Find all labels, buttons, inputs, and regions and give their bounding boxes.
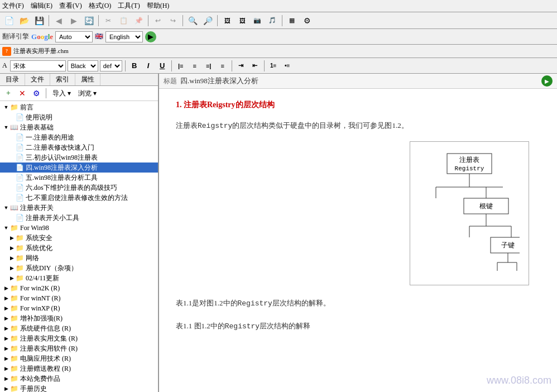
tree-item-jichu[interactable]: ▼ 📖 注册表基础 [0,122,158,132]
search2-button[interactable]: 🔎 [201,15,214,27]
tree-item-yinjian[interactable]: ▶ 📁 系统硬件信息 (R) [0,323,158,333]
source-lang-select[interactable]: Auto Chinese English [55,31,93,42]
tree-item-kuaijie[interactable]: 📄 二.注册表修改快速入门 [0,142,158,152]
browse-dropdown[interactable]: 浏览 ▾ [75,88,99,99]
toggle-kaiguan[interactable]: ▼ [2,204,10,212]
play-button[interactable]: ▶ [541,75,553,87]
table-button[interactable]: ▦ [285,15,299,27]
translate-go-button[interactable]: ▶ [145,31,156,42]
toggle-wenji[interactable]: ▶ [2,334,10,342]
copy-button[interactable]: 📋 [117,15,130,27]
toggle-ruanjian[interactable]: ▶ [2,345,10,352]
tree-item-xtyhh[interactable]: ▶ 📁 系统优化 [0,243,158,253]
new-button[interactable]: 📄 [2,15,16,27]
tree-item-ruanjian[interactable]: ▶ 📁 注册表实用软件 (R) [0,343,158,353]
toggle-yinjian[interactable]: ▶ [2,324,10,332]
tree-item-diannao[interactable]: ▶ 📁 电脑应用技术 (R) [0,353,158,364]
import-dropdown[interactable]: 导入 ▾ [50,88,74,99]
open-button[interactable]: 📂 [17,15,31,27]
tree-item-winnt[interactable]: ▶ 📁 For winNT (R) [0,293,158,303]
menu-tools[interactable]: 工具(T) [118,1,140,11]
color-select[interactable]: Black [68,60,98,71]
tree-item-mianfei[interactable]: ▶ 📁 本站免费作品 [0,374,158,384]
settings-left-button[interactable]: ⚙ [30,88,42,99]
menu-help[interactable]: 帮助(H) [147,1,170,11]
tree-item-xtaq[interactable]: ▶ 📁 系统安全 [0,233,158,243]
tree-item-qianyan[interactable]: ▼ 📁 前言 [0,102,158,112]
refresh-button[interactable]: 🔄 [82,15,95,27]
redo-button[interactable]: ↪ [166,15,180,27]
list-ol-button[interactable]: 1≡ [267,60,280,71]
toggle-winxp[interactable]: ▶ [2,304,10,312]
save-button[interactable]: 💾 [32,15,46,27]
tab-index[interactable]: 索引 [50,74,75,85]
outdent-button[interactable]: ⇤ [249,60,261,71]
menu-file[interactable]: 文件(F) [2,1,24,11]
toggle-qianyan[interactable]: ▼ [2,103,10,111]
toggle-winnt[interactable]: ▶ [2,294,10,302]
tree-item-chongqi[interactable]: 📄 七.不重启使注册表修改生效的方法 [0,193,158,203]
font-select[interactable]: 宋体 [10,60,66,71]
align-right-button[interactable]: ≡| [203,60,215,71]
align-justify-button[interactable]: ≡ [217,60,229,71]
toggle-jiaqiang[interactable]: ▶ [2,314,10,322]
toggle-win2k[interactable]: ▶ [2,284,10,292]
toggle-win98[interactable]: ▼ [2,224,10,232]
menu-view[interactable]: 查看(V) [59,1,82,11]
tree-item-shouce[interactable]: ▶ 📁 手册历史 [0,384,158,392]
tree-item-kaiguan[interactable]: ▼ 📖 注册表开关 [0,203,158,213]
delete-button[interactable]: ✕ [16,88,28,99]
italic-button[interactable]: I [142,60,155,71]
tree-item-shiyong[interactable]: 📄 使用说明 [0,112,158,122]
tree-item-wangluo[interactable]: ▶ 📁 网络 [0,253,158,263]
tree-item-jiaqiang[interactable]: ▶ 📁 增补加强项(R) [0,313,158,323]
tab-contents[interactable]: 目录 [0,74,25,85]
align-center-button[interactable]: ≡ [189,60,201,71]
toggle-mianfei[interactable]: ▶ [2,375,10,383]
tree-item-kaiguan-gj[interactable]: 📄 注册表开关小工具 [0,213,158,223]
tree-item-yongtu[interactable]: 📄 一.注册表的用途 [0,132,158,142]
toggle-xtyhh[interactable]: ▶ [8,244,16,252]
tree-item-update[interactable]: ▶ 📁 02/4/11更新 [0,273,158,283]
tree-item-wenji[interactable]: ▶ 📁 注册表实用文集 (R) [0,333,158,343]
toggle-wangluo[interactable]: ▶ [8,254,16,262]
tab-files[interactable]: 文件 [25,74,50,85]
content-area[interactable]: 1. 注册表Reigstry的层次结构 注册表Reigstry的层次结构类似于硬… [159,89,557,353]
menu-format[interactable]: 格式(O) [89,1,112,11]
forward-button[interactable]: ▶ [67,15,80,27]
tab-properties[interactable]: 属性 [75,74,100,85]
toggle-xtaq[interactable]: ▶ [8,234,16,242]
media-button[interactable]: 🎵 [266,15,279,27]
list-ul-button[interactable]: •≡ [281,60,294,71]
tree-item-win2k[interactable]: ▶ 📁 For win2K (R) [0,283,158,293]
target-lang-select[interactable]: English Chinese [105,31,143,42]
tree-container[interactable]: ▼ 📁 前言 📄 使用说明 ▼ 📖 注册表基础 📄 一.注册表的用途 [0,101,158,392]
settings-button[interactable]: ⚙ [300,15,314,27]
menu-edit[interactable]: 编辑(E) [31,1,52,11]
cut-button[interactable]: ✂ [102,15,115,27]
align-left-button[interactable]: |≡ [175,60,187,71]
tree-item-renshi[interactable]: 📄 三.初步认识win98注册表 [0,152,158,162]
image3-button[interactable]: 📷 [251,15,264,27]
toggle-dingyue[interactable]: ▶ [2,365,10,372]
underline-button[interactable]: U [156,60,169,71]
image2-button[interactable]: 🖼 [236,15,249,27]
search-button[interactable]: 🔍 [186,15,199,27]
tree-item-win98[interactable]: ▼ 📁 For Win98 [0,223,158,233]
tree-item-diy[interactable]: ▶ 📁 系统DIY（杂项） [0,263,158,273]
tree-item-dingyue[interactable]: ▶ 📁 注册赠送教程 (R) [0,364,158,374]
undo-button[interactable]: ↩ [151,15,165,27]
image-button[interactable]: 🖼 [220,15,234,27]
indent-button[interactable]: ⇥ [235,60,247,71]
tree-item-winxp[interactable]: ▶ 📁 For winXP (R) [0,303,158,313]
paste-button[interactable]: 📌 [132,15,145,27]
tree-item-gongju[interactable]: 📄 五.win98注册表分析工具 [0,173,158,183]
toggle-update[interactable]: ▶ [8,274,16,282]
toggle-diannao[interactable]: ▶ [2,355,10,362]
toggle-jichu[interactable]: ▼ [2,123,10,131]
tree-item-dos[interactable]: 📄 六.dos下维护注册表的高级技巧 [0,183,158,193]
toggle-diy[interactable]: ▶ [8,264,16,272]
tree-item-fenxi[interactable]: 📄 四.win98注册表深入分析 [0,162,158,173]
back-button[interactable]: ◀ [52,15,65,27]
style-select[interactable]: def [100,60,122,71]
